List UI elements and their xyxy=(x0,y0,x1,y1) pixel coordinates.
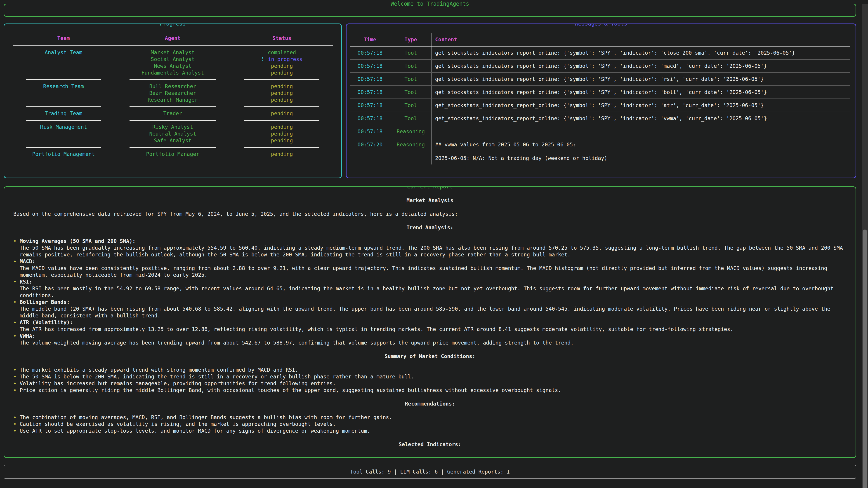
progress-col-team: Team xyxy=(13,35,114,41)
status-label: pending xyxy=(271,131,293,137)
agent-name: Risky Analyst xyxy=(114,124,231,130)
terminal-screen: Welcome to TradingAgents Progress Team A… xyxy=(0,4,868,488)
agent-status: pending xyxy=(231,151,333,158)
report-bullet: •ATR (Volatility):The ATR has increased … xyxy=(13,319,846,332)
messages-col-content: Content xyxy=(432,33,850,46)
message-row: 00:57:18Toolget_stockstats_indicators_re… xyxy=(350,60,850,73)
message-time: 00:57:18 xyxy=(350,112,391,125)
report-bullet-list: •The combination of moving averages, MAC… xyxy=(13,414,846,434)
report-sections: Trend Analysis:•Moving Averages (50 SMA … xyxy=(13,224,846,448)
message-type: Tool xyxy=(391,99,432,111)
agent-status: ⠇in_progress xyxy=(231,56,333,63)
report-bullet-list: •The market exhibits a steady upward tre… xyxy=(13,366,846,394)
status-label: pending xyxy=(271,110,293,116)
message-time: 00:57:18 xyxy=(350,73,391,86)
report-bullet: •The market exhibits a steady upward tre… xyxy=(13,366,846,373)
message-time: 00:57:18 xyxy=(350,60,391,72)
bullet-title: Moving Averages (50 SMA and 200 SMA): xyxy=(20,238,846,245)
status-label: pending xyxy=(271,90,293,96)
progress-row: News Analystpending xyxy=(13,63,333,69)
bullet-text: Caution should be exercised as volatilit… xyxy=(20,421,846,427)
progress-table: Team Agent Status Analyst TeamMarket Ana… xyxy=(13,34,333,164)
status-label: in_progress xyxy=(268,56,302,62)
message-row: 00:57:20Reasoning## vwma values from 202… xyxy=(350,138,850,164)
message-type: Tool xyxy=(391,112,432,125)
agent-name: Safe Analyst xyxy=(114,137,231,144)
progress-row: Portfolio ManagementPortfolio Managerpen… xyxy=(13,151,333,158)
bullet-title: VWMA: xyxy=(20,332,846,339)
agent-name: Neutral Analyst xyxy=(114,130,231,137)
report-bullet: •VWMA:The volume-weighted moving average… xyxy=(13,332,846,346)
scrollbar-thumb[interactable] xyxy=(863,230,867,488)
message-row: 00:57:18Reasoning xyxy=(350,125,850,138)
bullet-title: RSI: xyxy=(20,278,846,285)
bullet-body: RSI:The RSI has been mostly in the 54.92… xyxy=(20,278,846,299)
bullet-title: MACD: xyxy=(20,258,846,265)
message-time: 00:57:20 xyxy=(350,138,391,164)
bullet-icon: • xyxy=(13,238,20,258)
progress-row: Bear Researcherpending xyxy=(13,90,333,96)
agent-status: pending xyxy=(231,90,333,96)
status-label: pending xyxy=(271,124,293,130)
message-row: 00:57:18Toolget_stockstats_indicators_re… xyxy=(350,86,850,99)
bullet-body: VWMA:The volume-weighted moving average … xyxy=(20,332,846,346)
bullet-body: Use ATR to set appropriate stop-loss lev… xyxy=(20,427,846,434)
report-panel: Current Report Market Analysis Based on … xyxy=(4,186,856,458)
messages-table-header: Time Type Content xyxy=(350,33,850,46)
report-panel-title: Current Report xyxy=(403,186,456,190)
bullet-text: The combination of moving averages, MACD… xyxy=(20,414,846,421)
message-type: Tool xyxy=(391,60,432,72)
status-label: pending xyxy=(271,151,293,157)
team-name: Trading Team xyxy=(13,110,114,117)
bullet-text: Use ATR to set appropriate stop-loss lev… xyxy=(20,427,846,434)
progress-row: Research Managerpending xyxy=(13,96,333,103)
status-label: pending xyxy=(271,97,293,103)
agent-name: Research Manager xyxy=(114,96,231,103)
bullet-icon: • xyxy=(13,258,20,278)
agent-status: pending xyxy=(231,137,333,144)
report-section-heading: Trend Analysis: xyxy=(13,224,846,231)
message-content xyxy=(432,125,850,138)
agent-status: pending xyxy=(231,124,333,130)
bullet-body: Volatility has increased but remains man… xyxy=(20,380,846,387)
message-content-line xyxy=(435,148,846,155)
scrollbar[interactable] xyxy=(862,4,868,488)
bullet-icon: • xyxy=(13,421,20,427)
agent-name: News Analyst xyxy=(114,63,231,69)
agent-name: Trader xyxy=(114,110,231,117)
agent-name: Bear Researcher xyxy=(114,90,231,96)
bullet-title: Bollinger Bands: xyxy=(20,299,846,305)
message-row: 00:57:18Toolget_stockstats_indicators_re… xyxy=(350,112,850,125)
stats-bar: Tool Calls: 9 | LLM Calls: 6 | Generated… xyxy=(4,465,856,479)
agent-name: Bull Researcher xyxy=(114,83,231,90)
section-separator xyxy=(13,103,333,110)
agent-name: Portfolio Manager xyxy=(114,151,231,158)
spinner-icon: ⠇ xyxy=(261,56,265,62)
report-bullet: •Bollinger Bands:The middle band (20 SMA… xyxy=(13,299,846,319)
message-time: 00:57:18 xyxy=(350,125,391,138)
stats-text: Tool Calls: 9 | LLM Calls: 6 | Generated… xyxy=(350,468,510,475)
report-section-heading: Selected Indicators: xyxy=(13,441,846,448)
bullet-body: The combination of moving averages, MACD… xyxy=(20,414,846,421)
progress-row: Safe Analystpending xyxy=(13,137,333,144)
agent-name: Fundamentals Analyst xyxy=(114,69,231,76)
bullet-text: The ATR has increased from approximately… xyxy=(20,326,846,332)
bullet-body: ATR (Volatility):The ATR has increased f… xyxy=(20,319,846,332)
agent-status: pending xyxy=(231,110,333,117)
bullet-icon: • xyxy=(13,414,20,421)
bullet-icon: • xyxy=(13,366,20,373)
progress-row: Trading TeamTraderpending xyxy=(13,110,333,117)
progress-row: Research TeamBull Researcherpending xyxy=(13,83,333,90)
status-label: pending xyxy=(271,63,293,69)
bullet-body: Bollinger Bands:The middle band (20 SMA)… xyxy=(20,299,846,319)
message-content-line: ## vwma values from 2025-05-06 to 2025-0… xyxy=(435,141,846,148)
section-separator xyxy=(13,158,333,164)
message-type: Tool xyxy=(391,46,432,59)
bullet-text: The MACD values have been consistently p… xyxy=(20,265,846,278)
bullet-title: ATR (Volatility): xyxy=(20,319,846,326)
welcome-panel: Welcome to TradingAgents xyxy=(4,4,856,17)
progress-header-separator xyxy=(13,42,333,49)
report-bullet: •Volatility has increased but remains ma… xyxy=(13,380,846,387)
bullet-text: The 50 SMA is below the 200 SMA, indicat… xyxy=(20,373,846,380)
bullet-icon: • xyxy=(13,299,20,319)
